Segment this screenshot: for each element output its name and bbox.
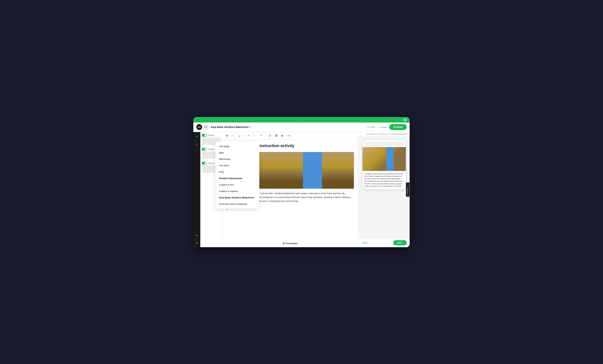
commonplace-dot-icon [283,242,285,244]
project-selector[interactable]: East Bank Stratford Waterfront ▾ [211,126,251,129]
header-actions: ↺ Undo ✓ Save Publish [367,124,407,130]
language-switcher: EN CY [196,124,209,130]
desktop-tab-label: Desktop [407,188,408,195]
toolbar-bullet-list[interactable]: ≡ [246,133,251,138]
dropdown-east-bank[interactable]: East Bank Stratford Waterfront [215,194,259,201]
top-bar [193,117,410,122]
sidebar-location-icon[interactable]: ◉ [194,240,199,245]
toggle-2[interactable] [202,148,207,151]
hamburger-icon[interactable] [403,119,407,121]
sidebar-menu-icon[interactable]: ≡ [194,134,199,139]
top-bar-divider [302,118,302,121]
mobile-search-bar [364,141,404,146]
preview-navigation: ‹ Back Next › [359,238,410,247]
mobile-preview-frame: In addition to the world-class education… [362,139,406,190]
sidebar-sparkle-icon[interactable]: ✦ [194,233,199,238]
dropdown-map[interactable]: Map [215,150,259,156]
preview-last-saved: Last saved: 14.12.2020, 12:34 (David Chi… [359,132,410,136]
header: EN CY East Bank Stratford Waterfront ▾ ↺… [193,122,410,132]
page-label-3: Propos... [208,162,216,164]
page-toggle-1: Propos... [202,134,221,137]
project-title: East Bank Stratford Waterfront [211,126,249,129]
mobile-preview-image [362,147,406,171]
project-dropdown: Hub page Map Milestones The team FAQ Str… [215,141,259,209]
page-label-2: Propos... [208,148,216,150]
preview-back-button[interactable]: ‹ Back [361,242,368,244]
location-pin-icon: 📍 [407,184,409,187]
save-label: Save [381,126,387,129]
next-chevron-icon: › [402,242,403,244]
dropdown-a-place-to-live[interactable]: A place to live [215,182,259,188]
dropdown-a-place-to-explore[interactable]: A place to explore [215,188,259,194]
left-sidebar: ≡ + ✦ ◉ [193,132,200,247]
toolbar-bold[interactable]: B [224,133,230,138]
preview-next-button[interactable]: Next › [393,240,407,245]
page-label-1: Propos... [208,134,216,136]
toolbar-sep-2 [265,134,266,138]
preview-panel: Last saved: 14.12.2020, 12:34 (David Chi… [358,132,410,247]
toggle-3[interactable] [202,162,207,165]
mobile-preview-text: In addition to the world-class education… [362,171,406,189]
next-label: Next [397,242,402,244]
toolbar-blockquote[interactable]: ❝ [258,133,264,138]
editor-toolbar: B I U ≡ ⋮ ❝ 🔗 🖼 ▶ </> [222,132,358,140]
toolbar-image[interactable]: 🖼 [274,133,279,138]
dropdown-dust-noise[interactable]: Dust and noise monitoring [215,201,259,207]
toolbar-code[interactable]: </> [286,133,291,138]
toolbar-video[interactable]: ▶ [280,133,285,138]
toolbar-link[interactable]: 🔗 [267,133,273,138]
save-button[interactable]: ✓ Save [378,126,387,129]
undo-icon: ↺ [367,126,369,129]
publish-button[interactable]: Publish [389,124,407,130]
toggle-1[interactable] [202,134,207,137]
commonplace-badge: Commonplace [281,242,300,245]
desktop-tab[interactable]: 📍 Desktop [406,182,409,197]
project-chevron-icon: ▾ [250,126,251,128]
undo-button[interactable]: ↺ Undo [367,126,375,129]
save-check-icon: ✓ [378,126,380,129]
toolbar-italic[interactable]: I [231,133,236,138]
back-chevron-icon: ‹ [361,242,362,244]
main-area: ≡ + ✦ ◉ Propos... Propos... [193,132,410,247]
sidebar-add-icon[interactable]: + [194,142,199,147]
lang-cy-button[interactable]: CY [203,124,209,130]
undo-label: Undo [370,126,375,129]
dropdown-hub-page[interactable]: Hub page [215,143,259,150]
toolbar-underline[interactable]: U [237,133,242,138]
dropdown-milestones[interactable]: Milestones [215,156,259,162]
dropdown-stratford-masterplan[interactable]: Stratford Masterplan [215,175,259,182]
toolbar-sep-1 [244,134,244,138]
dropdown-faq[interactable]: FAQ [215,169,259,175]
toolbar-numbered-list[interactable]: ⋮ [252,133,257,138]
back-label: Back [363,242,368,244]
dropdown-the-team[interactable]: The team [215,162,259,169]
lang-en-button[interactable]: EN [196,124,202,130]
commonplace-label: Commonplace [285,242,298,245]
